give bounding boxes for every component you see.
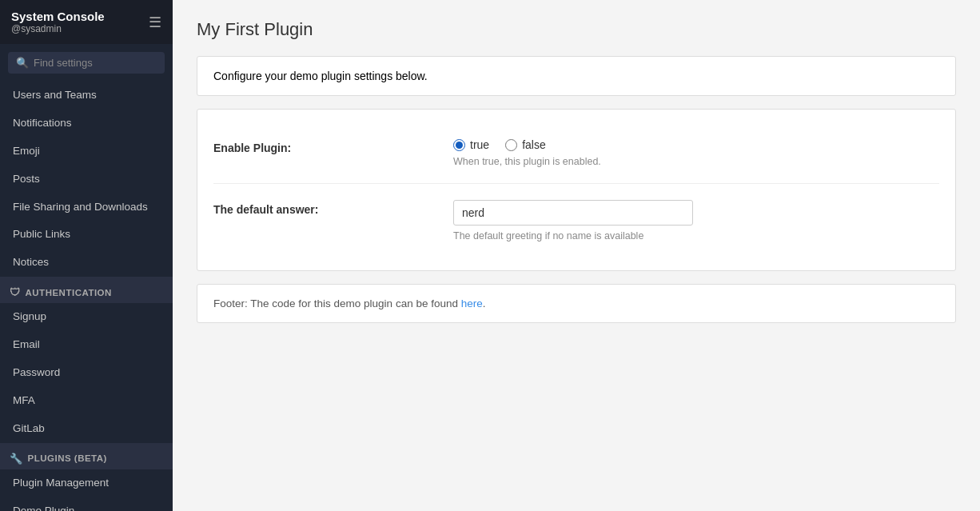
default-answer-label: The default answer: (213, 200, 453, 216)
username-label: @sysadmin (11, 23, 105, 34)
search-box[interactable]: 🔍 (8, 52, 165, 74)
section-label-authentication: AUTHENTICATION (26, 288, 112, 297)
search-icon: 🔍 (16, 57, 29, 69)
sidebar-item-signup[interactable]: Signup (0, 303, 173, 331)
settings-card: Enable Plugin: true false When true, thi… (197, 109, 956, 271)
radio-false-input[interactable] (505, 139, 517, 151)
section-label-plugins: PLUGINS (BETA) (28, 453, 107, 463)
footer-text: Footer: The code for this demo plugin ca… (213, 297, 461, 309)
enable-plugin-help: When true, this plugin is enabled. (453, 156, 939, 167)
sidebar-item-demo-plugin[interactable]: Demo Plugin (0, 497, 173, 511)
sidebar-item-users-teams[interactable]: Users and Teams (0, 82, 173, 110)
section-header-authentication: 🛡 AUTHENTICATION (0, 277, 173, 303)
default-answer-input[interactable] (453, 200, 693, 226)
enable-plugin-row: Enable Plugin: true false When true, thi… (213, 122, 939, 183)
enable-plugin-label: Enable Plugin: (213, 138, 453, 154)
footer-link[interactable]: here (461, 297, 483, 309)
sidebar-item-password[interactable]: Password (0, 359, 173, 387)
shield-icon: 🛡 (10, 286, 21, 298)
sidebar-item-emoji[interactable]: Emoji (0, 138, 173, 166)
footer-card: Footer: The code for this demo plugin ca… (197, 284, 956, 323)
sidebar: System Console @sysadmin ☰ 🔍 Users and T… (0, 0, 173, 511)
sidebar-item-mfa[interactable]: MFA (0, 387, 173, 415)
sidebar-header-text: System Console @sysadmin (11, 10, 105, 34)
enable-plugin-radio-group: true false (453, 138, 939, 151)
default-answer-control: The default greeting if no name is avail… (453, 200, 939, 242)
radio-true-option[interactable]: true (453, 138, 489, 151)
default-answer-help: The default greeting if no name is avail… (453, 230, 939, 242)
sidebar-item-plugin-management[interactable]: Plugin Management (0, 469, 173, 497)
sidebar-header: System Console @sysadmin ☰ (0, 0, 173, 44)
hamburger-icon[interactable]: ☰ (149, 14, 161, 31)
radio-true-input[interactable] (453, 139, 465, 151)
sidebar-item-notices[interactable]: Notices (0, 249, 173, 277)
radio-false-label: false (522, 138, 546, 151)
sidebar-item-gitlab[interactable]: GitLab (0, 415, 173, 443)
intro-text: Configure your demo plugin settings belo… (213, 70, 428, 82)
sidebar-item-public-links[interactable]: Public Links (0, 221, 173, 249)
sidebar-item-file-sharing[interactable]: File Sharing and Downloads (0, 194, 173, 222)
section-header-plugins: 🔧 PLUGINS (BETA) (0, 443, 173, 469)
enable-plugin-control: true false When true, this plugin is ena… (453, 138, 939, 167)
main-content: My First Plugin Configure your demo plug… (173, 0, 980, 511)
sidebar-item-email[interactable]: Email (0, 331, 173, 359)
footer-period: . (483, 297, 486, 309)
sidebar-item-notifications[interactable]: Notifications (0, 110, 173, 138)
wrench-icon: 🔧 (10, 453, 23, 465)
search-input[interactable] (34, 57, 157, 69)
radio-true-label: true (470, 138, 489, 151)
app-title: System Console (11, 10, 105, 23)
sidebar-item-posts[interactable]: Posts (0, 166, 173, 194)
page-title: My First Plugin (197, 19, 956, 40)
radio-false-option[interactable]: false (505, 138, 546, 151)
intro-card: Configure your demo plugin settings belo… (197, 56, 956, 96)
default-answer-row: The default answer: The default greeting… (213, 184, 939, 257)
